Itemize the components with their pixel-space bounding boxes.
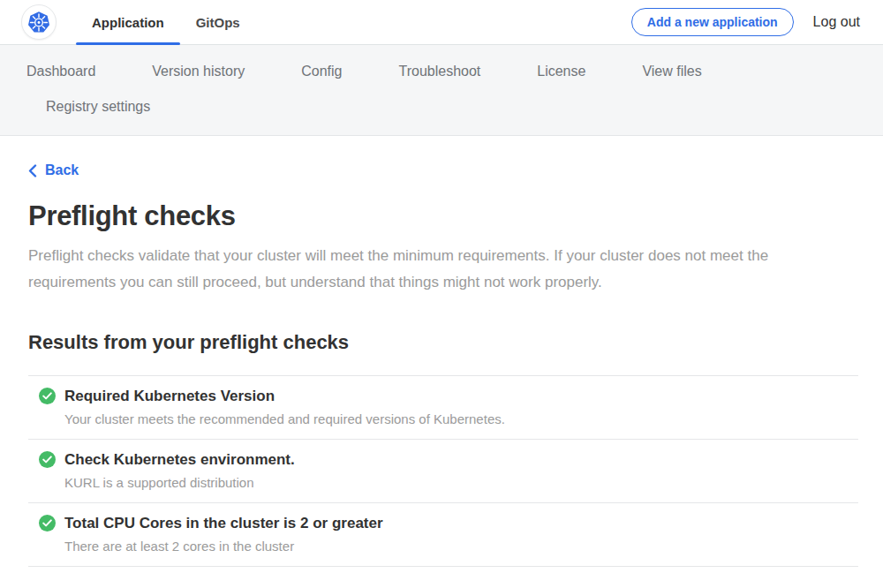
tab-gitops[interactable]: GitOps	[180, 0, 256, 44]
subnav-item-registry-settings[interactable]: Registry settings	[46, 99, 150, 115]
check-title: Total CPU Cores in the cluster is 2 or g…	[64, 515, 383, 532]
subnav-item-version-history[interactable]: Version history	[152, 64, 245, 79]
subnav-item-troubleshoot[interactable]: Troubleshoot	[398, 64, 480, 79]
subnav-item-view-files[interactable]: View files	[642, 64, 701, 79]
preflight-check-row: Required Kubernetes Version Your cluster…	[28, 375, 858, 439]
page-description: Preflight checks validate that your clus…	[28, 243, 832, 296]
subnav-item-config[interactable]: Config	[301, 64, 342, 79]
subnav-item-dashboard[interactable]: Dashboard	[26, 64, 95, 79]
add-new-application-button[interactable]: Add a new application	[631, 8, 794, 36]
preflight-results-list: Required Kubernetes Version Your cluster…	[28, 375, 858, 567]
back-link[interactable]: Back	[28, 162, 79, 178]
app-logo[interactable]	[21, 0, 57, 44]
subnav-item-license[interactable]: License	[537, 64, 585, 79]
header-tabs: Application GitOps	[76, 0, 256, 44]
preflight-page: Back Preflight checks Preflight checks v…	[0, 136, 883, 588]
subnav-row-2: Registry settings	[0, 89, 883, 124]
preflight-check-row: Total CPU Cores in the cluster is 2 or g…	[28, 502, 858, 567]
kubernetes-logo-icon	[21, 4, 57, 40]
subnav-row-1: Dashboard Version history Config Trouble…	[0, 54, 883, 89]
logout-link[interactable]: Log out	[813, 14, 860, 30]
check-title: Check Kubernetes environment.	[64, 451, 295, 469]
check-pass-icon	[39, 388, 56, 404]
check-title: Required Kubernetes Version	[64, 388, 275, 405]
results-heading: Results from your preflight checks	[28, 331, 858, 354]
check-description: Your cluster meets the recommended and r…	[64, 411, 858, 426]
check-description: KURL is a supported distribution	[64, 475, 858, 490]
tab-gitops-label: GitOps	[196, 15, 240, 30]
preflight-check-row: Check Kubernetes environment. KURL is a …	[28, 439, 858, 502]
chevron-left-icon	[28, 164, 37, 177]
app-subnav: Dashboard Version history Config Trouble…	[0, 45, 883, 136]
top-header: Application GitOps Add a new application…	[0, 0, 883, 45]
tab-application[interactable]: Application	[76, 0, 180, 44]
back-link-label: Back	[45, 162, 79, 178]
check-pass-icon	[39, 515, 56, 531]
check-pass-icon	[39, 451, 56, 468]
header-right: Add a new application Log out	[631, 0, 860, 44]
tab-application-label: Application	[92, 15, 164, 30]
page-title: Preflight checks	[28, 200, 858, 232]
check-description: There are at least 2 cores in the cluste…	[64, 539, 858, 554]
